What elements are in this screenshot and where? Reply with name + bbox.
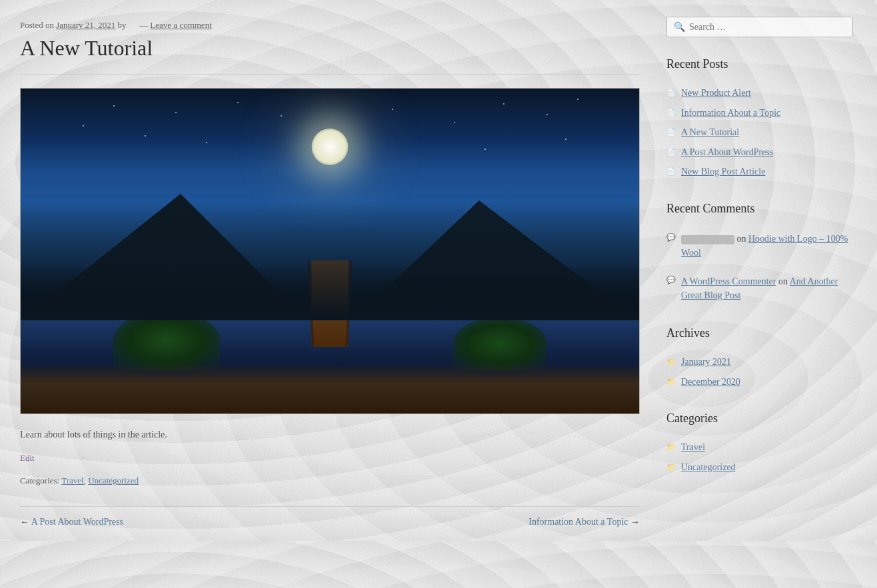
- by-label: by: [118, 20, 127, 30]
- recent-post-link-2[interactable]: Information About a Topic: [681, 107, 780, 120]
- category-travel-link[interactable]: Travel: [61, 475, 83, 485]
- archives-widget: Archives January 2021 December 2020: [666, 326, 853, 392]
- mountain-left: [21, 194, 314, 327]
- page-wrapper: Posted on January 21, 2021 by — Leave a …: [0, 0, 877, 541]
- prev-post-link[interactable]: A Post About WordPress: [31, 517, 123, 527]
- vegetation-left: [113, 310, 220, 370]
- next-post-nav: Information About a Topic: [528, 517, 640, 527]
- posted-on-label: Posted on: [20, 20, 54, 30]
- search-widget: 🔍: [666, 17, 853, 37]
- recent-comments-title: Recent Comments: [666, 202, 853, 216]
- post-date-link[interactable]: January 21, 2021: [56, 20, 115, 30]
- categories-label: Categories:: [20, 475, 59, 485]
- recent-posts-widget: Recent Posts New Product Alert Informati…: [666, 57, 853, 182]
- dock-plank: [312, 260, 349, 347]
- post-categories: Categories: Travel, Uncategorized: [20, 475, 640, 486]
- leave-comment-link[interactable]: Leave a comment: [150, 20, 211, 30]
- search-icon: 🔍: [674, 21, 685, 33]
- post-image: [20, 88, 640, 414]
- post-navigation: A Post About WordPress Information About…: [20, 506, 640, 527]
- comment-icon-1: 💬: [666, 233, 676, 242]
- post-excerpt: Learn about lots of things in the articl…: [20, 428, 640, 442]
- list-item: New Product Alert: [666, 83, 853, 103]
- edit-link[interactable]: Edit: [20, 453, 640, 463]
- comment-on-1: on: [737, 234, 749, 244]
- recent-post-link-1[interactable]: New Product Alert: [681, 87, 751, 100]
- shore-area: [21, 364, 639, 414]
- comment-text-2: A WordPress Commenter on And Another Gre…: [681, 274, 853, 302]
- prev-post-nav: A Post About WordPress: [20, 517, 123, 527]
- dock: [303, 260, 357, 367]
- archive-link-2[interactable]: December 2020: [681, 376, 740, 389]
- categories-list: Travel Uncategorized: [666, 438, 853, 477]
- recent-comments-widget: Recent Comments 💬 on Hoodie with Logo – …: [666, 202, 853, 306]
- comment-on-2: on: [778, 276, 790, 286]
- recent-post-link-4[interactable]: A Post About WordPress: [681, 146, 773, 159]
- mountain-right: [346, 200, 639, 327]
- comment-item-2: 💬 A WordPress Commenter on And Another G…: [666, 270, 853, 306]
- comment-author-link-2[interactable]: A WordPress Commenter: [681, 276, 776, 286]
- comment-icon-2: 💬: [666, 276, 676, 284]
- categories-title: Categories: [666, 412, 853, 426]
- category-uncategorized-link[interactable]: Uncategorized: [88, 475, 139, 485]
- list-item: January 2021: [666, 352, 853, 372]
- sidebar: 🔍 Recent Posts New Product Alert Informa…: [666, 13, 853, 527]
- vegetation-right: [453, 317, 546, 370]
- next-post-link[interactable]: Information About a Topic: [528, 517, 628, 527]
- archives-list: January 2021 December 2020: [666, 352, 853, 392]
- comment-text-1: on Hoodie with Logo – 100% Wool: [681, 232, 853, 260]
- list-item: Travel: [666, 438, 853, 457]
- post-image-container: [20, 88, 640, 414]
- list-item: New Blog Post Article: [666, 162, 853, 182]
- category-link-2[interactable]: Uncategorized: [681, 461, 736, 474]
- comment-item-1: 💬 on Hoodie with Logo – 100% Wool: [666, 228, 853, 264]
- categories-widget: Categories Travel Uncategorized: [666, 412, 853, 477]
- category-link-1[interactable]: Travel: [681, 441, 705, 454]
- list-item: A New Tutorial: [666, 123, 853, 143]
- list-item: Uncategorized: [666, 457, 853, 477]
- search-input[interactable]: [689, 22, 846, 33]
- post-title: A New Tutorial: [20, 36, 640, 61]
- search-box[interactable]: 🔍: [666, 17, 853, 37]
- recent-posts-list: New Product Alert Information About a To…: [666, 83, 853, 182]
- main-content: Posted on January 21, 2021 by — Leave a …: [20, 13, 640, 527]
- recent-post-link-3[interactable]: A New Tutorial: [681, 126, 739, 139]
- post-meta: Posted on January 21, 2021 by — Leave a …: [20, 20, 640, 31]
- dock-left-rail: [308, 260, 315, 347]
- dock-right-rail: [346, 260, 353, 347]
- list-item: December 2020: [666, 372, 853, 392]
- list-item: A Post About WordPress: [666, 143, 853, 162]
- redacted-author: [681, 235, 734, 244]
- image-overlay: [21, 89, 639, 414]
- archive-link-1[interactable]: January 2021: [681, 356, 731, 369]
- recent-posts-title: Recent Posts: [666, 57, 853, 71]
- recent-post-link-5[interactable]: New Blog Post Article: [681, 165, 765, 178]
- post-divider: [20, 74, 640, 75]
- list-item: Information About a Topic: [666, 103, 853, 123]
- archives-title: Archives: [666, 326, 853, 340]
